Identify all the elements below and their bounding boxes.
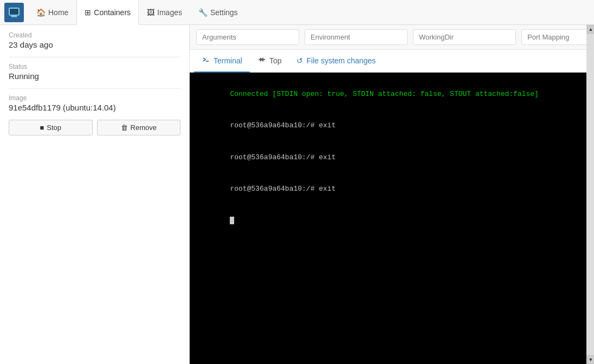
trash-icon: 🗑 bbox=[121, 123, 128, 132]
divider-2 bbox=[9, 88, 180, 89]
navbar: 🏠 Home ⊞ Containers 🖼 Images 🔧 Settings bbox=[0, 0, 594, 25]
terminal-line-2-text: root@536a9a64ba10:/# exit bbox=[230, 153, 335, 161]
created-value: 23 days ago bbox=[9, 40, 180, 49]
main-container: Created 23 days ago Status Running Image… bbox=[0, 25, 594, 364]
top-inputs-area bbox=[190, 25, 586, 50]
tab-filesystem[interactable]: ↺ File system changes bbox=[289, 50, 383, 73]
remove-label: Remove bbox=[131, 123, 157, 132]
terminal-area[interactable]: Connected [STDIN open: true, STDIN attac… bbox=[190, 73, 586, 364]
terminal-line-3-text: root@536a9a64ba10:/# exit bbox=[230, 185, 335, 193]
image-label: Image bbox=[9, 94, 180, 102]
nav-containers-label: Containers bbox=[94, 8, 131, 17]
tab-terminal[interactable]: Terminal bbox=[194, 50, 250, 73]
nav-settings[interactable]: 🔧 Settings bbox=[190, 0, 246, 25]
terminal-line-2: root@536a9a64ba10:/# exit bbox=[196, 141, 580, 173]
tab-bar: Terminal Top ↺ File system changes bbox=[190, 50, 586, 73]
scrollbar-up[interactable]: ▲ bbox=[587, 25, 594, 34]
filesystem-icon: ↺ bbox=[296, 56, 303, 65]
nav-images-label: Images bbox=[157, 8, 182, 17]
images-icon: 🖼 bbox=[147, 8, 154, 17]
created-group: Created 23 days ago bbox=[9, 31, 180, 49]
port-mapping-input[interactable] bbox=[521, 29, 594, 45]
status-group: Status Running bbox=[9, 63, 180, 81]
arguments-input[interactable] bbox=[196, 29, 299, 45]
settings-icon: 🔧 bbox=[198, 8, 208, 17]
stop-icon: ■ bbox=[40, 123, 44, 132]
nav-home-label: Home bbox=[48, 8, 68, 17]
right-panel: ▲ ▼ Terminal bbox=[190, 25, 594, 364]
tab-terminal-label: Terminal bbox=[214, 56, 242, 65]
tab-top[interactable]: Top bbox=[250, 50, 289, 73]
tab-filesystem-label: File system changes bbox=[306, 56, 376, 65]
left-panel: Created 23 days ago Status Running Image… bbox=[0, 25, 190, 364]
environment-input[interactable] bbox=[305, 29, 408, 45]
divider-1 bbox=[9, 57, 180, 57]
tab-top-label: Top bbox=[269, 56, 282, 65]
terminal-line-0-text: Connected [STDIN open: true, STDIN attac… bbox=[230, 90, 539, 98]
terminal-line-1: root@536a9a64ba10:/# exit bbox=[196, 110, 580, 142]
nav-images[interactable]: 🖼 Images bbox=[139, 0, 190, 25]
terminal-line-3: root@536a9a64ba10:/# exit bbox=[196, 173, 580, 205]
nav-home[interactable]: 🏠 Home bbox=[28, 0, 76, 25]
nav-containers[interactable]: ⊞ Containers bbox=[76, 0, 139, 25]
terminal-line-0: Connected [STDIN open: true, STDIN attac… bbox=[196, 78, 580, 110]
action-buttons: ■ Stop 🗑 Remove bbox=[9, 120, 180, 135]
created-label: Created bbox=[9, 31, 180, 39]
top-icon bbox=[257, 55, 266, 66]
image-id-link[interactable]: 91e54dfb1179 bbox=[9, 103, 61, 112]
status-value: Running bbox=[9, 72, 180, 81]
svg-rect-1 bbox=[12, 15, 16, 16]
stop-label: Stop bbox=[47, 123, 61, 132]
scrollbar-down[interactable]: ▼ bbox=[587, 355, 594, 364]
terminal-cursor bbox=[230, 217, 234, 224]
scrollbar[interactable]: ▲ ▼ bbox=[586, 25, 594, 364]
nav-settings-label: Settings bbox=[210, 8, 238, 17]
containers-icon: ⊞ bbox=[85, 8, 91, 17]
stop-button[interactable]: ■ Stop bbox=[9, 120, 93, 135]
workingdir-input[interactable] bbox=[413, 29, 516, 45]
image-tag: (ubuntu:14.04) bbox=[63, 103, 116, 112]
brand-icon bbox=[4, 3, 24, 22]
terminal-cursor-line bbox=[196, 205, 580, 237]
terminal-line-1-text: root@536a9a64ba10:/# exit bbox=[230, 121, 335, 129]
scrollbar-thumb[interactable] bbox=[587, 34, 594, 355]
image-group: Image 91e54dfb1179 (ubuntu:14.04) bbox=[9, 94, 180, 112]
terminal-icon bbox=[202, 55, 210, 66]
home-icon: 🏠 bbox=[36, 8, 46, 17]
svg-rect-2 bbox=[11, 16, 17, 17]
image-value: 91e54dfb1179 (ubuntu:14.04) bbox=[9, 103, 180, 112]
remove-button[interactable]: 🗑 Remove bbox=[97, 120, 181, 135]
status-label: Status bbox=[9, 63, 180, 70]
svg-rect-0 bbox=[9, 8, 19, 15]
brand bbox=[4, 3, 26, 22]
